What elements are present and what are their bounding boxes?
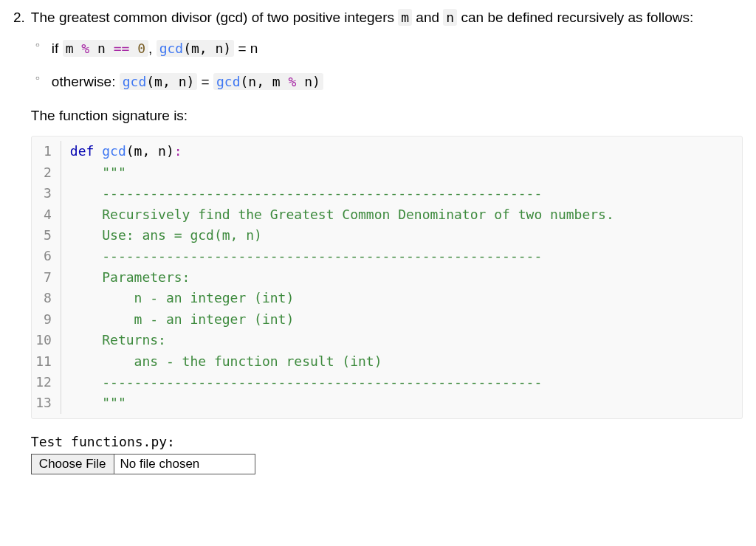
code-line: 10 Returns: bbox=[32, 330, 742, 350]
code-line: 2 """ bbox=[32, 162, 742, 183]
bullet-item-2: otherwise: gcd(m, n) = gcd(n, m % n) bbox=[52, 72, 743, 92]
code-content: """ bbox=[61, 162, 126, 183]
line-number: 4 bbox=[32, 204, 61, 225]
inline-code-gcd-l: gcd(m, n) bbox=[120, 73, 198, 90]
code-content: Use: ans = gcd(m, n) bbox=[61, 225, 262, 246]
code-content: ----------------------------------------… bbox=[61, 372, 542, 393]
intro-text-pre: The greatest common divisor (gcd) of two… bbox=[31, 10, 398, 25]
code-line: 5 Use: ans = gcd(m, n) bbox=[32, 225, 742, 246]
line-number: 11 bbox=[32, 351, 61, 372]
code-content: """ bbox=[61, 393, 126, 413]
code-line: 3 --------------------------------------… bbox=[32, 183, 742, 204]
code-content: m - an integer (int) bbox=[61, 309, 294, 330]
line-number: 6 bbox=[32, 246, 61, 266]
code-content: n - an integer (int) bbox=[61, 288, 294, 308]
line-number: 5 bbox=[32, 225, 61, 246]
inline-code-n: n bbox=[443, 9, 457, 26]
code-line: 8 n - an integer (int) bbox=[32, 288, 742, 308]
code-line: 12 -------------------------------------… bbox=[32, 372, 742, 393]
code-content: ----------------------------------------… bbox=[61, 183, 542, 204]
code-content: Recursively find the Greatest Common Den… bbox=[61, 204, 614, 225]
question-body: The greatest common divisor (gcd) of two… bbox=[31, 7, 743, 474]
code-content: ans - the function result (int) bbox=[61, 351, 382, 372]
line-number: 9 bbox=[32, 309, 61, 330]
inline-code-cond: m % n == 0 bbox=[63, 40, 148, 57]
signature-label: The function signature is: bbox=[31, 106, 743, 126]
code-line: 1def gcd(m, n): bbox=[32, 141, 742, 162]
line-number: 2 bbox=[32, 162, 61, 183]
code-line: 11 ans - the function result (int) bbox=[32, 351, 742, 372]
question-block: 2. The greatest common divisor (gcd) of … bbox=[13, 7, 743, 474]
bullet-suffix: = n bbox=[234, 41, 258, 56]
inline-code-m: m bbox=[398, 9, 412, 26]
bullet-mid: , bbox=[148, 41, 157, 56]
line-number: 13 bbox=[32, 393, 61, 413]
intro-text-post: can be defined recursively as follows: bbox=[457, 10, 693, 25]
code-block: 1def gcd(m, n):2 """3 ------------------… bbox=[31, 136, 743, 419]
code-content: Returns: bbox=[61, 330, 166, 350]
bullet-assign: = bbox=[197, 74, 213, 89]
bullet-list: if m % n == 0, gcd(m, n) = n otherwise: … bbox=[31, 38, 743, 92]
question-intro: The greatest common divisor (gcd) of two… bbox=[31, 7, 743, 28]
bullet-item-1: if m % n == 0, gcd(m, n) = n bbox=[52, 38, 743, 59]
line-number: 7 bbox=[32, 267, 61, 288]
choose-file-button[interactable]: Choose File bbox=[32, 455, 114, 474]
code-line: 7 Parameters: bbox=[32, 267, 742, 288]
code-content: ----------------------------------------… bbox=[61, 246, 542, 266]
upload-label-post: : bbox=[167, 434, 175, 449]
code-content: def gcd(m, n): bbox=[61, 141, 182, 162]
code-line: 6 --------------------------------------… bbox=[32, 246, 742, 266]
file-upload-label: Test functions.py: bbox=[31, 432, 743, 452]
question-number: 2. bbox=[13, 7, 31, 28]
intro-text-mid: and bbox=[412, 10, 443, 25]
line-number: 3 bbox=[32, 183, 61, 204]
upload-label-pre: Test bbox=[31, 434, 71, 449]
bullet-prefix: otherwise: bbox=[52, 74, 120, 89]
bullet-prefix: if bbox=[52, 41, 63, 56]
code-line: 9 m - an integer (int) bbox=[32, 309, 742, 330]
line-number: 12 bbox=[32, 372, 61, 393]
line-number: 10 bbox=[32, 330, 61, 350]
line-number: 1 bbox=[32, 141, 61, 162]
inline-code-gcd-r: gcd(n, m % n) bbox=[213, 73, 323, 90]
inline-code-gcd1: gcd(m, n) bbox=[157, 40, 235, 57]
upload-label-file: functions.py bbox=[71, 434, 167, 449]
file-chooser[interactable]: Choose File No file chosen bbox=[31, 454, 255, 474]
file-upload-section: Test functions.py: Choose File No file c… bbox=[31, 432, 743, 474]
code-line: 4 Recursively find the Greatest Common D… bbox=[32, 204, 742, 225]
line-number: 8 bbox=[32, 288, 61, 308]
code-content: Parameters: bbox=[61, 267, 190, 288]
file-status-text: No file chosen bbox=[114, 455, 255, 474]
code-line: 13 """ bbox=[32, 393, 742, 413]
